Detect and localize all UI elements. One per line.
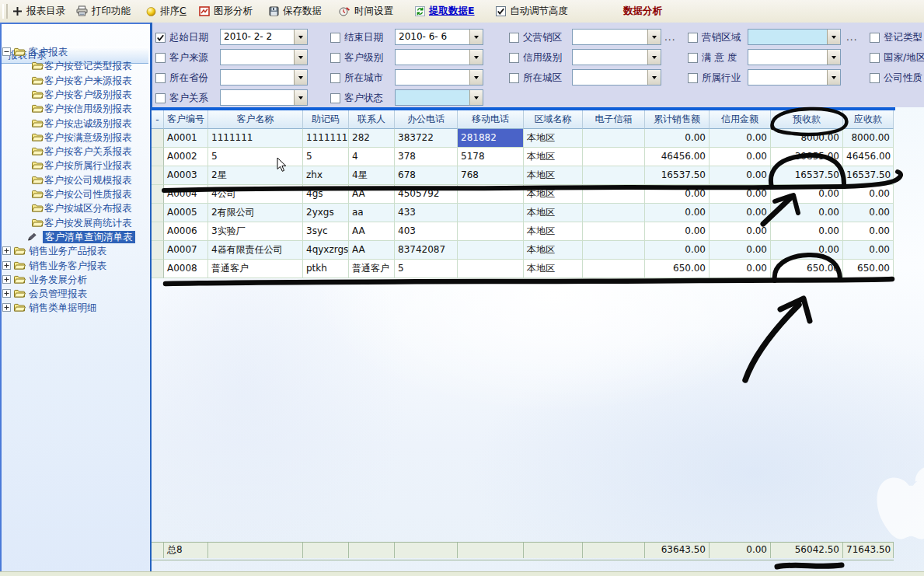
ellipsis-button-3[interactable]: ... (846, 32, 857, 43)
row-indicator-cell[interactable] (152, 204, 164, 222)
table-cell[interactable]: 0.00 (710, 129, 771, 148)
dropdown-button[interactable] (469, 50, 483, 65)
filter-dropdown-2[interactable] (572, 29, 661, 45)
filter-checkbox-15[interactable] (155, 92, 166, 106)
filter-checkbox-10[interactable] (155, 72, 166, 86)
toolbar-save-data[interactable]: 保存数据 (266, 0, 325, 22)
table-cell[interactable]: 433 (395, 204, 458, 222)
table-cell[interactable]: 4 (349, 148, 395, 166)
table-cell[interactable]: 4公司 (208, 185, 303, 204)
column-header-10[interactable]: 信用金额 (710, 110, 771, 129)
tree-item-13[interactable]: 客户清单查询清单表 (0, 230, 150, 244)
tree-item-8[interactable]: 客户按所属行业报表 (0, 159, 150, 173)
toolbar-print[interactable]: 打印功能 (73, 0, 134, 22)
table-cell[interactable]: 46456.00 (645, 148, 710, 166)
dropdown-button[interactable] (294, 90, 307, 105)
table-cell[interactable] (583, 204, 645, 222)
table-cell[interactable]: 0.00 (771, 204, 843, 222)
filter-dropdown-1[interactable]: 2010- 6- 6 (395, 29, 483, 45)
table-cell[interactable]: 403 (395, 222, 458, 241)
filter-checkbox-4[interactable] (870, 31, 880, 46)
expand-icon[interactable] (2, 288, 11, 300)
table-cell[interactable]: 0.00 (710, 148, 771, 166)
dropdown-button[interactable] (469, 70, 483, 85)
table-cell[interactable]: 3实验厂 (208, 222, 303, 241)
filter-dropdown-13[interactable] (748, 69, 841, 86)
table-cell[interactable]: 0.00 (843, 241, 894, 260)
table-cell[interactable]: 0.00 (771, 241, 843, 260)
table-cell[interactable]: 4器有限责任公司 (208, 241, 303, 260)
dropdown-button[interactable] (647, 50, 661, 65)
table-cell[interactable] (458, 241, 524, 260)
table-cell[interactable]: 2yxgs (303, 204, 349, 222)
table-cell[interactable]: A0005 (164, 204, 208, 222)
table-cell[interactable]: 4gs (303, 185, 349, 204)
filter-checkbox-5[interactable] (155, 51, 166, 66)
filter-checkbox-3[interactable] (688, 31, 698, 46)
tree-item-16[interactable]: 业务发展分析 (0, 273, 150, 287)
table-cell[interactable]: 本地区 (524, 241, 583, 260)
column-header-0[interactable]: - (152, 110, 164, 129)
table-cell[interactable] (583, 260, 645, 278)
filter-checkbox-6[interactable] (330, 51, 340, 66)
table-cell[interactable]: 0.00 (843, 204, 894, 222)
table-cell[interactable]: 4星 (349, 166, 395, 185)
table-cell[interactable]: 本地区 (524, 166, 583, 185)
table-cell[interactable]: 2星 (208, 166, 303, 185)
table-cell[interactable] (458, 260, 524, 278)
tree-item-4[interactable]: 客户按信用级别报表 (0, 102, 150, 116)
table-cell[interactable]: A0006 (164, 222, 208, 241)
table-cell[interactable]: 0.00 (710, 166, 771, 185)
filter-checkbox-11[interactable] (330, 72, 340, 86)
column-header-8[interactable]: 电子信箱 (583, 110, 645, 129)
table-cell[interactable]: 0.00 (645, 241, 710, 260)
row-indicator-cell[interactable] (152, 129, 164, 148)
row-indicator-cell[interactable] (152, 148, 164, 166)
dropdown-button[interactable] (469, 30, 483, 44)
table-cell[interactable]: 5178 (458, 148, 524, 166)
dropdown-button[interactable] (827, 70, 840, 85)
toolbar-auto-adjust-height[interactable]: 自动调节高度 (493, 0, 571, 22)
table-cell[interactable]: 0.00 (645, 222, 710, 241)
table-cell[interactable]: 0.00 (710, 185, 771, 204)
column-header-6[interactable]: 移动电话 (458, 110, 524, 129)
dropdown-button[interactable] (294, 70, 307, 85)
table-cell[interactable]: 650.00 (645, 260, 710, 278)
tree-item-12[interactable]: 客户按发展商统计表 (0, 216, 150, 230)
toolbar-graph-analysis[interactable]: 图形分析 (196, 0, 256, 22)
table-cell[interactable]: 16537.50 (843, 166, 894, 185)
table-cell[interactable]: 5 (208, 148, 303, 166)
table-cell[interactable]: A0003 (164, 166, 208, 185)
table-cell[interactable]: 1111111 (303, 129, 349, 148)
table-cell[interactable] (583, 148, 645, 166)
table-cell[interactable]: 0.00 (645, 185, 710, 204)
table-cell[interactable]: 普通客户 (349, 260, 395, 278)
table-cell[interactable]: AA (349, 241, 395, 260)
table-cell[interactable]: ptkh (303, 260, 349, 278)
table-cell[interactable]: AA (349, 185, 395, 204)
table-cell[interactable]: 本地区 (524, 185, 583, 204)
tree-item-0[interactable]: 客户报表 (0, 45, 150, 59)
table-cell[interactable]: 0.00 (843, 222, 894, 241)
table-cell[interactable]: zhx (303, 166, 349, 185)
filter-dropdown-11[interactable] (395, 69, 483, 86)
tree-item-2[interactable]: 客户按客户来源报表 (0, 74, 150, 88)
dropdown-button[interactable] (647, 30, 661, 44)
dropdown-button[interactable] (827, 30, 840, 44)
table-cell[interactable]: 4505792 (395, 185, 458, 204)
table-cell[interactable]: 8000.00 (843, 129, 894, 148)
filter-dropdown-6[interactable] (395, 49, 483, 65)
row-indicator-cell[interactable] (152, 185, 164, 204)
table-cell[interactable]: 16537.50 (645, 166, 710, 185)
table-cell[interactable]: 16537.50 (771, 166, 843, 185)
table-cell[interactable]: 768 (458, 166, 524, 185)
table-cell[interactable]: 0.00 (710, 241, 771, 260)
filter-dropdown-5[interactable] (220, 49, 308, 65)
dropdown-button[interactable] (827, 50, 840, 65)
table-cell[interactable]: 281882 (458, 129, 524, 148)
table-cell[interactable]: 0.00 (710, 222, 771, 241)
table-cell[interactable]: A0004 (164, 185, 208, 204)
tree-item-1[interactable]: 客户按登记类型报表 (0, 59, 150, 73)
table-cell[interactable]: 30855.00 (771, 148, 843, 166)
tree-item-6[interactable]: 客户按满意级别报表 (0, 131, 150, 145)
